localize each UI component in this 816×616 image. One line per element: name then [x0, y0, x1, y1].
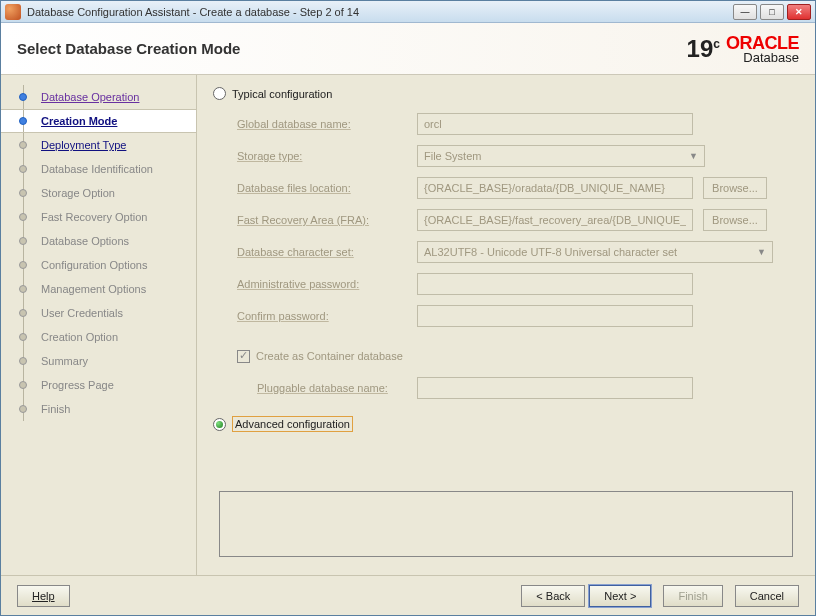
- step-bullet-icon: [19, 261, 27, 269]
- step-bullet-icon: [19, 405, 27, 413]
- typical-config-label: Typical configuration: [232, 88, 332, 100]
- step-label: Configuration Options: [41, 259, 147, 271]
- fra-input: [417, 209, 693, 231]
- advanced-config-label: Advanced configuration: [232, 416, 353, 432]
- cancel-button[interactable]: Cancel: [735, 585, 799, 607]
- global-db-input: [417, 113, 693, 135]
- app-window: Database Configuration Assistant - Creat…: [0, 0, 816, 616]
- wizard-step-0[interactable]: Database Operation: [1, 85, 196, 109]
- step-label: User Credentials: [41, 307, 123, 319]
- files-location-label: Database files location:: [237, 182, 417, 194]
- advanced-config-radio[interactable]: [213, 418, 226, 431]
- titlebar[interactable]: Database Configuration Assistant - Creat…: [1, 1, 815, 23]
- step-bullet-icon: [19, 213, 27, 221]
- files-location-input: [417, 177, 693, 199]
- step-label: Fast Recovery Option: [41, 211, 147, 223]
- wizard-step-4: Storage Option: [1, 181, 196, 205]
- message-area: [219, 491, 793, 557]
- global-db-label: Global database name:: [237, 118, 417, 130]
- step-bullet-icon: [19, 381, 27, 389]
- wizard-step-10: Creation Option: [1, 325, 196, 349]
- step-bullet-icon: [19, 309, 27, 317]
- wizard-step-5: Fast Recovery Option: [1, 205, 196, 229]
- step-label: Database Operation: [41, 91, 139, 103]
- help-button[interactable]: Help: [17, 585, 70, 607]
- wizard-step-7: Configuration Options: [1, 253, 196, 277]
- oracle-branding: 19c ORACLE Database: [687, 33, 799, 65]
- step-bullet-icon: [19, 141, 27, 149]
- step-label: Finish: [41, 403, 70, 415]
- step-bullet-icon: [19, 189, 27, 197]
- admin-pw-label: Administrative password:: [237, 278, 417, 290]
- step-bullet-icon: [19, 285, 27, 293]
- step-label: Summary: [41, 355, 88, 367]
- storage-type-label: Storage type:: [237, 150, 417, 162]
- confirm-pw-input: [417, 305, 693, 327]
- step-label: Creation Option: [41, 331, 118, 343]
- wizard-step-8: Management Options: [1, 277, 196, 301]
- chevron-down-icon: ▼: [757, 247, 766, 257]
- pdb-input: [417, 377, 693, 399]
- advanced-config-radio-row[interactable]: Advanced configuration: [213, 416, 799, 432]
- charset-select: AL32UTF8 - Unicode UTF-8 Universal chara…: [417, 241, 773, 263]
- wizard-step-13: Finish: [1, 397, 196, 421]
- wizard-steps-sidebar: Database OperationCreation ModeDeploymen…: [1, 75, 197, 575]
- admin-pw-input: [417, 273, 693, 295]
- typical-config-radio[interactable]: [213, 87, 226, 100]
- typical-config-form: Global database name: Storage type: File…: [237, 108, 799, 404]
- wizard-step-3: Database Identification: [1, 157, 196, 181]
- step-label: Management Options: [41, 283, 146, 295]
- finish-button: Finish: [663, 585, 722, 607]
- close-button[interactable]: ✕: [787, 4, 811, 20]
- fra-label: Fast Recovery Area (FRA):: [237, 214, 417, 226]
- typical-config-radio-row[interactable]: Typical configuration: [213, 87, 799, 100]
- window-title: Database Configuration Assistant - Creat…: [27, 6, 733, 18]
- step-label: Progress Page: [41, 379, 114, 391]
- step-bullet-icon: [19, 333, 27, 341]
- wizard-step-1[interactable]: Creation Mode: [1, 109, 196, 133]
- chevron-down-icon: ▼: [689, 151, 698, 161]
- step-label: Database Identification: [41, 163, 153, 175]
- container-db-label: Create as Container database: [256, 350, 403, 362]
- footer-buttons: Help < Back Next > Finish Cancel: [1, 575, 815, 615]
- charset-label: Database character set:: [237, 246, 417, 258]
- step-label: Creation Mode: [41, 115, 117, 127]
- wizard-step-11: Summary: [1, 349, 196, 373]
- storage-type-select: File System▼: [417, 145, 705, 167]
- step-bullet-icon: [19, 117, 27, 125]
- browse-files-button: Browse...: [703, 177, 767, 199]
- maximize-button[interactable]: □: [760, 4, 784, 20]
- step-bullet-icon: [19, 165, 27, 173]
- step-label: Database Options: [41, 235, 129, 247]
- pdb-label: Pluggable database name:: [257, 382, 417, 394]
- content-area: Database OperationCreation ModeDeploymen…: [1, 75, 815, 575]
- step-bullet-icon: [19, 237, 27, 245]
- minimize-button[interactable]: —: [733, 4, 757, 20]
- header: Select Database Creation Mode 19c ORACLE…: [1, 23, 815, 75]
- step-bullet-icon: [19, 93, 27, 101]
- back-button[interactable]: < Back: [521, 585, 585, 607]
- browse-fra-button: Browse...: [703, 209, 767, 231]
- step-label: Deployment Type: [41, 139, 126, 151]
- page-title: Select Database Creation Mode: [17, 40, 687, 57]
- java-icon: [5, 4, 21, 20]
- wizard-step-9: User Credentials: [1, 301, 196, 325]
- wizard-step-6: Database Options: [1, 229, 196, 253]
- confirm-pw-label: Confirm password:: [237, 310, 417, 322]
- next-button[interactable]: Next >: [589, 585, 651, 607]
- window-controls: — □ ✕: [733, 4, 811, 20]
- wizard-step-2[interactable]: Deployment Type: [1, 133, 196, 157]
- wizard-step-12: Progress Page: [1, 373, 196, 397]
- step-bullet-icon: [19, 357, 27, 365]
- version-number: 19c: [687, 35, 720, 62]
- container-db-checkbox: [237, 350, 250, 363]
- step-label: Storage Option: [41, 187, 115, 199]
- main-panel: Typical configuration Global database na…: [197, 75, 815, 575]
